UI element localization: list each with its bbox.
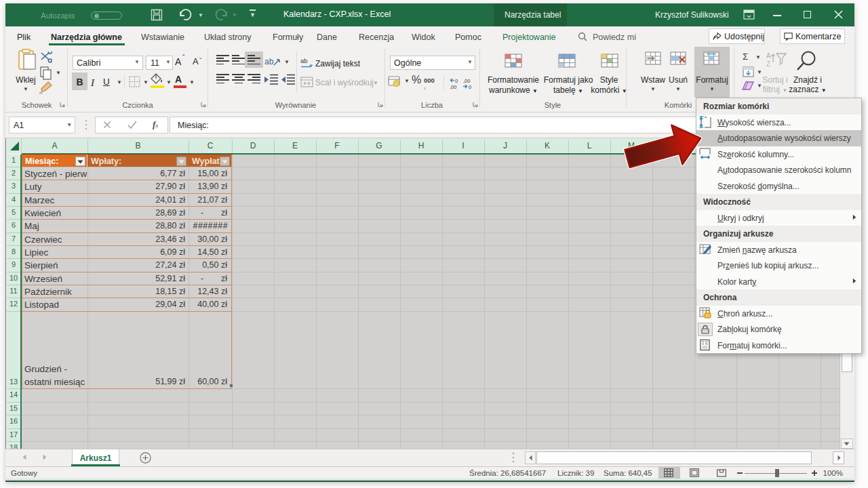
svg-text:Z: Z bbox=[766, 60, 770, 68]
svg-text:ab: ab bbox=[264, 57, 274, 66]
svg-text:,00: ,00 bbox=[463, 78, 470, 84]
svg-text:A: A bbox=[766, 52, 771, 60]
svg-text:0: 0 bbox=[455, 78, 458, 84]
svg-text:ab: ab bbox=[300, 57, 308, 64]
svg-text:,00: ,00 bbox=[450, 84, 456, 89]
svg-text:0: 0 bbox=[469, 84, 471, 89]
